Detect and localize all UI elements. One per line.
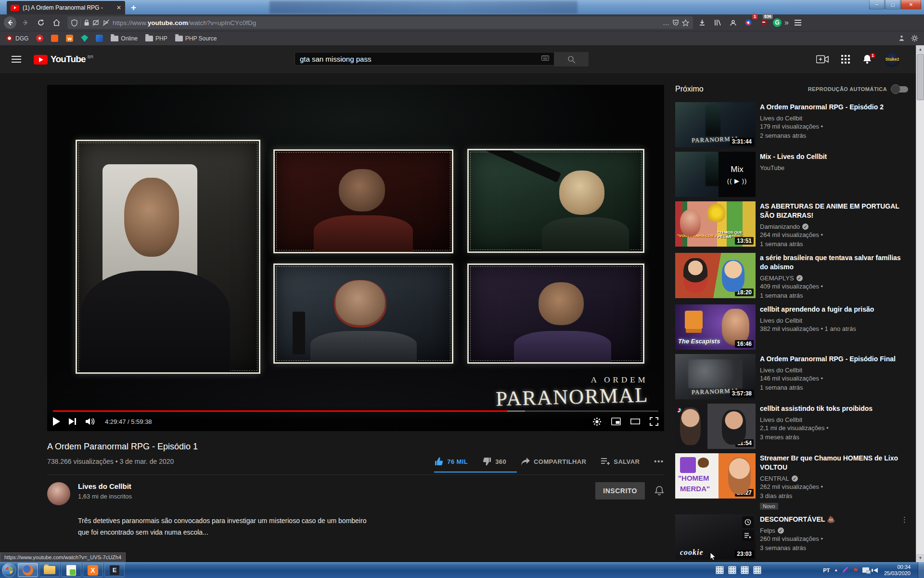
miniplayer-icon[interactable] bbox=[611, 418, 621, 425]
guide-menu-icon[interactable] bbox=[12, 56, 21, 63]
tray-mini-app-icon[interactable] bbox=[728, 566, 736, 574]
bookmark-folder-php-source[interactable]: PHP Source bbox=[175, 35, 217, 42]
video-thumbnail[interactable]: "VOU APANHÁ-LOS JUNTO A MIM!" "TEMOS QUE… bbox=[675, 201, 756, 247]
notification-preference-bell-icon[interactable] bbox=[654, 486, 664, 496]
bookmark-red-site[interactable] bbox=[36, 35, 43, 42]
language-indicator[interactable]: PT bbox=[823, 567, 830, 573]
grammarly-icon[interactable]: G bbox=[773, 18, 782, 27]
video-thumbnail[interactable]: The Escapists 16:46 bbox=[675, 304, 756, 350]
tray-mini-app-icon[interactable] bbox=[741, 566, 749, 574]
related-video-item[interactable]: cookie 23:03 DESCONFORTÁVEL 💩 bbox=[675, 514, 908, 560]
related-video-item[interactable]: "HOMEM MERDA" 23:27 Streamer Br que Cham… bbox=[675, 453, 908, 510]
lock-icon[interactable] bbox=[84, 19, 90, 26]
adblocker-shield-icon[interactable]: 836 bbox=[757, 16, 770, 29]
play-button[interactable] bbox=[53, 417, 60, 426]
bookmark-blue-app[interactable] bbox=[96, 35, 103, 42]
taskbar-firefox[interactable] bbox=[18, 563, 38, 577]
pocket-icon[interactable] bbox=[672, 19, 679, 26]
add-to-queue-icon[interactable] bbox=[742, 530, 754, 541]
share-button[interactable]: COMPARTILHAR bbox=[521, 457, 586, 466]
related-video-item[interactable]: Mix Mix - Lives do Cellbit YouTube bbox=[675, 152, 908, 197]
bookmark-star-icon[interactable] bbox=[682, 19, 689, 26]
video-thumbnail[interactable]: 18:20 bbox=[675, 253, 756, 298]
taskbar-clock[interactable]: 00:34 25/03/2020 bbox=[884, 564, 911, 577]
item-menu-icon[interactable] bbox=[901, 515, 908, 524]
menu-icon[interactable] bbox=[792, 16, 804, 29]
more-actions-button[interactable]: ••• bbox=[654, 458, 664, 465]
watch-later-icon[interactable] bbox=[742, 516, 754, 528]
start-button[interactable] bbox=[2, 563, 16, 578]
bookmark-dgg[interactable]: DGG bbox=[6, 35, 28, 42]
video-thumbnail[interactable]: 11:54 bbox=[675, 404, 756, 449]
search-input[interactable] bbox=[295, 52, 554, 66]
notifications-bell-icon[interactable]: 1 bbox=[862, 54, 872, 65]
autoplay-blocked-icon[interactable] bbox=[103, 19, 110, 26]
related-video-item[interactable]: 11:54 cellbit assistindo tik toks proibi… bbox=[675, 404, 908, 449]
volume-icon[interactable] bbox=[85, 417, 95, 426]
tray-pen-icon[interactable] bbox=[842, 567, 848, 573]
url-bar[interactable]: https://www.youtube.com/watch?v=upInCYc0… bbox=[67, 16, 693, 29]
bookmark-wattpad[interactable]: w bbox=[66, 35, 73, 42]
like-button[interactable]: 76 MIL bbox=[434, 457, 468, 466]
scroll-down-arrow[interactable] bbox=[916, 554, 924, 562]
url-text[interactable]: https://www.youtube.com/watch?v=upInCYc0… bbox=[113, 19, 660, 26]
volume-tray-icon[interactable] bbox=[873, 568, 878, 573]
video-thumbnail[interactable]: cookie 23:03 bbox=[675, 514, 756, 560]
page-scrollbar[interactable] bbox=[916, 45, 924, 562]
taskbar-xampp[interactable]: X bbox=[83, 563, 103, 577]
scrollbar-thumb[interactable] bbox=[917, 54, 924, 100]
window-minimize-button[interactable] bbox=[869, 0, 885, 10]
video-thumbnail[interactable]: PARANORMAL 3:31:44 bbox=[675, 102, 756, 147]
dislike-button[interactable]: 360 bbox=[482, 457, 506, 466]
related-video-item[interactable]: "VOU APANHÁ-LOS JUNTO A MIM!" "TEMOS QUE… bbox=[675, 201, 908, 249]
window-maximize-button[interactable] bbox=[885, 0, 900, 10]
network-icon[interactable] bbox=[862, 567, 869, 573]
account-avatar[interactable]: Stake2 bbox=[885, 52, 900, 67]
toolbar-gear-icon[interactable] bbox=[911, 35, 918, 42]
bookmark-folder-online[interactable]: Online bbox=[111, 35, 138, 42]
new-tab-button[interactable] bbox=[131, 2, 136, 13]
reload-button[interactable] bbox=[35, 16, 47, 29]
toolbar-extension-icon[interactable] bbox=[898, 35, 905, 42]
tray-mini-app-icon[interactable] bbox=[753, 566, 761, 574]
downloads-icon[interactable] bbox=[696, 16, 708, 29]
related-video-item[interactable]: 18:20 a série brasileira que tentava sal… bbox=[675, 253, 908, 300]
youtube-apps-icon[interactable] bbox=[841, 55, 850, 64]
related-video-item[interactable]: PARANORMAL 3:57:38 A Ordem Paranormal RP… bbox=[675, 354, 908, 399]
taskbar-explorer[interactable] bbox=[39, 563, 60, 577]
home-button[interactable] bbox=[50, 16, 63, 29]
window-close-button[interactable] bbox=[901, 0, 921, 10]
autoplay-toggle[interactable] bbox=[892, 86, 908, 92]
tab-close-icon[interactable] bbox=[116, 4, 121, 11]
create-video-icon[interactable] bbox=[816, 55, 829, 64]
show-desktop-button[interactable] bbox=[918, 562, 924, 578]
scroll-up-arrow[interactable] bbox=[916, 45, 924, 53]
youtube-logo[interactable]: YouTube BR bbox=[34, 54, 93, 65]
channel-avatar[interactable] bbox=[47, 482, 70, 505]
fullscreen-icon[interactable] bbox=[650, 417, 658, 426]
search-button[interactable] bbox=[554, 52, 589, 66]
permission-blocked-icon[interactable] bbox=[92, 19, 100, 26]
save-button[interactable]: SALVAR bbox=[601, 458, 640, 465]
related-video-item[interactable]: PARANORMAL 3:31:44 A Ordem Paranormal RP… bbox=[675, 102, 908, 147]
browser-tab[interactable]: (1) A Ordem Paranormal RPG - bbox=[7, 1, 125, 14]
bookmark-gem[interactable] bbox=[81, 35, 88, 42]
tray-alert-icon[interactable]: ⚑ bbox=[853, 567, 858, 574]
settings-gear-icon[interactable] bbox=[592, 417, 602, 426]
video-thumbnail[interactable]: PARANORMAL 3:57:38 bbox=[675, 354, 756, 399]
library-icon[interactable] bbox=[711, 16, 724, 29]
theater-mode-icon[interactable] bbox=[630, 418, 640, 425]
back-button[interactable] bbox=[4, 16, 16, 29]
tracking-shield-icon[interactable] bbox=[71, 19, 77, 26]
next-button[interactable] bbox=[69, 418, 76, 425]
video-thumbnail[interactable]: "HOMEM MERDA" 23:27 bbox=[675, 453, 756, 499]
related-video-item[interactable]: The Escapists 16:46 cellbit aprendendo a… bbox=[675, 304, 908, 350]
channel-name[interactable]: Lives do Cellbit bbox=[78, 482, 132, 490]
keyboard-icon[interactable] bbox=[541, 55, 549, 61]
taskbar-editor[interactable] bbox=[61, 563, 81, 577]
video-player[interactable]: A ORDEM PARANORMAL 4: bbox=[47, 85, 664, 431]
forward-button[interactable] bbox=[19, 16, 32, 29]
tray-show-hidden-icons[interactable]: ▲ bbox=[834, 568, 838, 572]
taskbar-dark-app[interactable]: E bbox=[104, 563, 125, 577]
bookmark-folder-php[interactable]: PHP bbox=[145, 35, 167, 42]
